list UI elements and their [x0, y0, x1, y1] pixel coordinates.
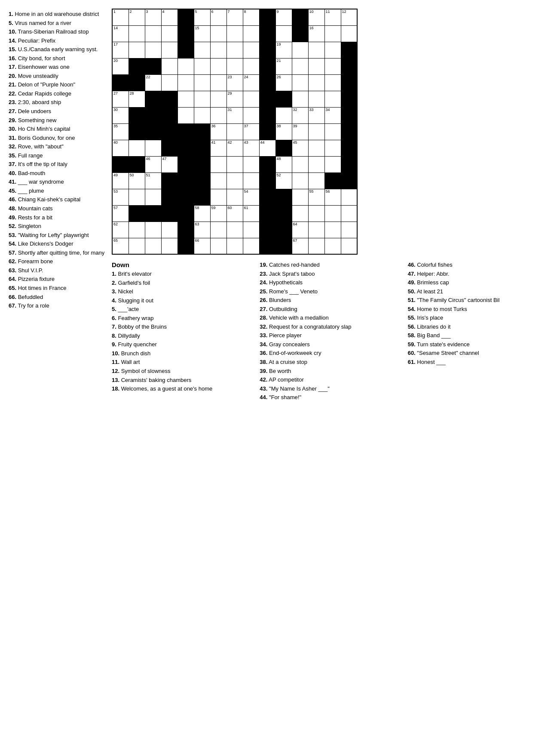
- cell-2-11[interactable]: [292, 42, 308, 58]
- cell-9-12[interactable]: [308, 156, 324, 172]
- cell-8-8[interactable]: 43: [243, 140, 259, 156]
- cell-13-8[interactable]: [243, 222, 259, 238]
- cell-12-14[interactable]: [341, 205, 357, 222]
- cell-8-1[interactable]: [129, 140, 145, 156]
- cell-10-6[interactable]: [210, 172, 226, 189]
- cell-13-13[interactable]: [324, 222, 341, 238]
- cell-5-13[interactable]: [324, 91, 341, 107]
- cell-4-5[interactable]: [194, 74, 210, 91]
- cell-7-12[interactable]: [308, 123, 324, 140]
- cell-5-11[interactable]: [292, 91, 308, 107]
- cell-0-5[interactable]: 5: [194, 9, 210, 25]
- cell-14-2[interactable]: [145, 238, 161, 254]
- cell-11-11[interactable]: [292, 189, 308, 205]
- cell-9-2[interactable]: 46: [145, 156, 161, 172]
- cell-0-1[interactable]: 2: [129, 9, 145, 25]
- cell-3-12[interactable]: [308, 58, 324, 74]
- cell-9-7[interactable]: [226, 156, 243, 172]
- cell-11-13[interactable]: 56: [324, 189, 341, 205]
- cell-14-7[interactable]: [226, 238, 243, 254]
- cell-2-8[interactable]: [243, 42, 259, 58]
- cell-1-5[interactable]: 15: [194, 25, 210, 42]
- cell-3-11[interactable]: [292, 58, 308, 74]
- cell-3-0[interactable]: 20: [112, 58, 129, 74]
- cell-14-12[interactable]: [308, 238, 324, 254]
- cell-1-3[interactable]: [161, 25, 177, 42]
- cell-10-7[interactable]: [226, 172, 243, 189]
- cell-10-0[interactable]: 49: [112, 172, 129, 189]
- cell-11-14[interactable]: [341, 189, 357, 205]
- cell-2-12[interactable]: [308, 42, 324, 58]
- cell-8-9[interactable]: 44: [259, 140, 275, 156]
- cell-12-5[interactable]: 58: [194, 205, 210, 222]
- cell-2-0[interactable]: 17: [112, 42, 129, 58]
- cell-3-7[interactable]: [226, 58, 243, 74]
- cell-10-11[interactable]: [292, 172, 308, 189]
- cell-14-3[interactable]: [161, 238, 177, 254]
- cell-14-1[interactable]: [129, 238, 145, 254]
- cell-8-6[interactable]: 41: [210, 140, 226, 156]
- cell-1-1[interactable]: [129, 25, 145, 42]
- cell-9-6[interactable]: [210, 156, 226, 172]
- cell-4-2[interactable]: 22: [145, 74, 161, 91]
- cell-12-11[interactable]: [292, 205, 308, 222]
- cell-13-12[interactable]: [308, 222, 324, 238]
- cell-0-13[interactable]: 11: [324, 9, 341, 25]
- cell-9-3[interactable]: 47: [161, 156, 177, 172]
- cell-3-4[interactable]: [177, 58, 194, 74]
- cell-10-12[interactable]: [308, 172, 324, 189]
- cell-13-3[interactable]: [161, 222, 177, 238]
- cell-5-6[interactable]: [210, 91, 226, 107]
- cell-0-3[interactable]: 4: [161, 9, 177, 25]
- cell-1-14[interactable]: [341, 25, 357, 42]
- cell-6-6[interactable]: [210, 107, 226, 123]
- cell-2-3[interactable]: [161, 42, 177, 58]
- cell-13-1[interactable]: [129, 222, 145, 238]
- cell-0-14[interactable]: 12: [341, 9, 357, 25]
- cell-3-5[interactable]: [194, 58, 210, 74]
- cell-13-6[interactable]: [210, 222, 226, 238]
- cell-11-7[interactable]: [226, 189, 243, 205]
- cell-4-4[interactable]: [177, 74, 194, 91]
- cell-6-11[interactable]: 32: [292, 107, 308, 123]
- cell-1-12[interactable]: 16: [308, 25, 324, 42]
- cell-12-13[interactable]: [324, 205, 341, 222]
- cell-11-0[interactable]: 53: [112, 189, 129, 205]
- cell-5-1[interactable]: 28: [129, 91, 145, 107]
- cell-5-7[interactable]: 29: [226, 91, 243, 107]
- cell-3-10[interactable]: 21: [275, 58, 292, 74]
- cell-12-7[interactable]: 60: [226, 205, 243, 222]
- cell-11-8[interactable]: 54: [243, 189, 259, 205]
- cell-8-7[interactable]: 42: [226, 140, 243, 156]
- cell-6-8[interactable]: [243, 107, 259, 123]
- cell-1-6[interactable]: [210, 25, 226, 42]
- cell-4-7[interactable]: 23: [226, 74, 243, 91]
- cell-13-11[interactable]: 64: [292, 222, 308, 238]
- cell-6-13[interactable]: 34: [324, 107, 341, 123]
- cell-13-2[interactable]: [145, 222, 161, 238]
- cell-14-14[interactable]: [341, 238, 357, 254]
- cell-13-14[interactable]: [341, 222, 357, 238]
- cell-9-10[interactable]: 48: [275, 156, 292, 172]
- cell-4-8[interactable]: 24: [243, 74, 259, 91]
- cell-7-0[interactable]: 35: [112, 123, 129, 140]
- cell-5-4[interactable]: [177, 91, 194, 107]
- cell-3-8[interactable]: [243, 58, 259, 74]
- cell-5-0[interactable]: 27: [112, 91, 129, 107]
- cell-1-2[interactable]: [145, 25, 161, 42]
- cell-7-13[interactable]: [324, 123, 341, 140]
- cell-5-5[interactable]: [194, 91, 210, 107]
- cell-6-12[interactable]: 33: [308, 107, 324, 123]
- cell-11-2[interactable]: [145, 189, 161, 205]
- cell-12-8[interactable]: 61: [243, 205, 259, 222]
- cell-14-0[interactable]: 65: [112, 238, 129, 254]
- cell-2-13[interactable]: [324, 42, 341, 58]
- cell-7-7[interactable]: [226, 123, 243, 140]
- cell-5-12[interactable]: [308, 91, 324, 107]
- cell-4-10[interactable]: 26: [275, 74, 292, 91]
- cell-14-5[interactable]: 66: [194, 238, 210, 254]
- cell-1-13[interactable]: [324, 25, 341, 42]
- cell-4-3[interactable]: [161, 74, 177, 91]
- cell-2-5[interactable]: [194, 42, 210, 58]
- cell-0-0[interactable]: 1: [112, 9, 129, 25]
